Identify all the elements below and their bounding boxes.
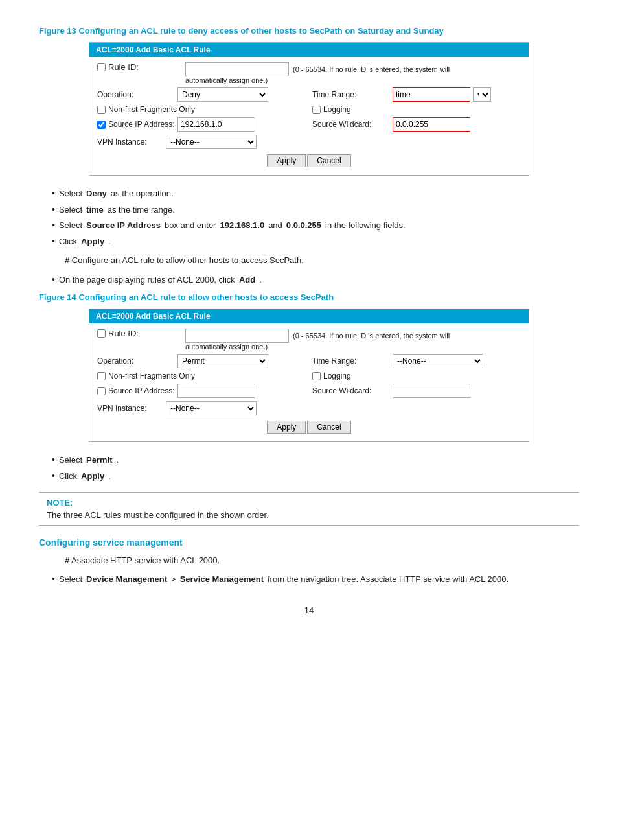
section-hash: # Associate HTTP service with ACL 2000.	[65, 554, 579, 567]
figure2-wildcard-label: Source Wildcard:	[312, 386, 390, 395]
figure2-cancel-button[interactable]: Cancel	[307, 421, 350, 434]
figure1-wildcard-input[interactable]	[393, 117, 470, 132]
figure2-title: Figure 14 Configuring an ACL rule to all…	[39, 292, 579, 302]
figure2-nonfirst-label: Non-first Fragments Only	[97, 371, 195, 380]
figure1-nonfirst-checkbox[interactable]	[97, 106, 106, 114]
figure1-logging-label: Logging	[312, 105, 390, 114]
figure2-op-select[interactable]: Permit Deny	[177, 354, 268, 368]
bullet1-4: Click Apply.	[52, 235, 579, 248]
figure1-logging-checkbox[interactable]	[312, 106, 321, 114]
bullets1-list: Select Deny as the operation. Select tim…	[52, 187, 579, 248]
figure2-buttons: Apply Cancel	[97, 421, 521, 434]
figure1-rule-id-row: Rule ID: (0 - 65534. If no rule ID is en…	[97, 62, 521, 84]
figure2-rule-id-hint2: automatically assign one.)	[185, 343, 450, 351]
note-title: NOTE:	[47, 498, 571, 508]
bullet2-1: Select Permit.	[52, 454, 579, 467]
figure1-acl-box: ACL=2000 Add Basic ACL Rule Rule ID: (0 …	[89, 42, 529, 176]
figure2-op-time-row: Operation: Permit Deny Time Range: --Non…	[97, 354, 521, 368]
bullet2-2: Click Apply.	[52, 470, 579, 483]
figure1-time-label: Time Range:	[312, 90, 390, 99]
figure2-time-label: Time Range:	[312, 356, 390, 366]
figure1-op-time-row: Operation: Deny Permit Time Range: ▾	[97, 88, 521, 102]
figure2-vpn-label: VPN Instance:	[97, 404, 162, 413]
figure2-rule-id-row: Rule ID: (0 - 65534. If no rule ID is en…	[97, 329, 521, 351]
section-bullet1: Select Device Management > Service Manag…	[52, 573, 579, 586]
section-heading: Configuring service management	[39, 537, 579, 548]
bullet1-3: Select Source IP Address box and enter 1…	[52, 219, 579, 232]
page-number: 14	[39, 605, 579, 615]
figure2-vpn-row: VPN Instance: --None--	[97, 401, 521, 415]
figure1-nonfirst-label: Non-first Fragments Only	[97, 105, 195, 114]
figure2-nonfirst-log-row: Non-first Fragments Only Logging	[97, 371, 521, 380]
figure1-op-label: Operation:	[97, 90, 175, 99]
figure1-vpn-label: VPN Instance:	[97, 137, 162, 146]
figure2-sourceip-input[interactable]	[177, 384, 255, 398]
figure2-nonfirst-checkbox[interactable]	[97, 372, 106, 380]
figure2-rule-id-input[interactable]	[185, 329, 289, 343]
figure1-wildcard-label: Source Wildcard:	[312, 120, 390, 129]
figure1-time-select[interactable]: ▾	[473, 88, 491, 102]
figure2-logging-label: Logging	[312, 371, 390, 380]
figure2-sourceip-label: Source IP Address:	[97, 386, 175, 395]
figure1-nonfirst-log-row: Non-first Fragments Only Logging	[97, 105, 521, 114]
figure1-apply-button[interactable]: Apply	[267, 154, 306, 167]
figure2-op-label: Operation:	[97, 356, 175, 366]
figure1-op-select[interactable]: Deny Permit	[177, 88, 268, 102]
bullets2-list: Select Permit. Click Apply.	[52, 454, 579, 482]
figure1-sourceip-label: Source IP Address:	[97, 120, 175, 129]
figure2-logging-checkbox[interactable]	[312, 372, 321, 380]
figure2-time-select[interactable]: --None--	[393, 354, 483, 368]
figure2-wildcard-input[interactable]	[393, 384, 470, 398]
figure1-title: Figure 13 Configuring an ACL rule to den…	[39, 26, 579, 36]
figure1-vpn-select[interactable]: --None--	[166, 135, 257, 149]
figure2-acl-header: ACL=2000 Add Basic ACL Rule	[89, 309, 529, 323]
figure2-acl-box: ACL=2000 Add Basic ACL Rule Rule ID: (0 …	[89, 309, 529, 442]
figure2-apply-button[interactable]: Apply	[267, 421, 306, 434]
figure2-rule-id-checkbox[interactable]	[97, 329, 106, 338]
note-text: The three ACL rules must be configured i…	[47, 510, 571, 520]
figure1-rule-id-input[interactable]	[185, 62, 289, 76]
figure1-vpn-row: VPN Instance: --None--	[97, 135, 521, 149]
hash1: # Configure an ACL rule to allow other h…	[65, 254, 579, 267]
figure2-sourceip-checkbox[interactable]	[97, 387, 106, 395]
figure1-acl-header: ACL=2000 Add Basic ACL Rule	[89, 43, 529, 57]
figure1-cancel-button[interactable]: Cancel	[307, 154, 350, 167]
figure1-rule-id-hint2: automatically assign one.)	[185, 76, 450, 84]
figure1-time-input[interactable]	[393, 88, 470, 102]
bullet-add: On the page displaying rules of ACL 2000…	[52, 274, 579, 286]
figure1-rule-id-checkbox[interactable]	[97, 63, 106, 71]
note-box: NOTE: The three ACL rules must be config…	[39, 492, 579, 526]
figure1-rule-id-hint1: (0 - 65534. If no rule ID is entered, th…	[293, 65, 450, 73]
bullet1-2: Select time as the time range.	[52, 204, 579, 216]
figure1-sourceip-row: Source IP Address: Source Wildcard:	[97, 117, 521, 132]
bullet-add-list: On the page displaying rules of ACL 2000…	[52, 274, 579, 286]
figure1-rule-id-label: Rule ID:	[108, 62, 139, 72]
figure2-rule-id-label: Rule ID:	[108, 329, 139, 338]
bullet1-1: Select Deny as the operation.	[52, 187, 579, 200]
figure1-sourceip-checkbox[interactable]	[97, 121, 106, 129]
figure1-sourceip-input[interactable]	[177, 117, 255, 132]
figure2-vpn-select[interactable]: --None--	[166, 401, 257, 415]
figure2-sourceip-row: Source IP Address: Source Wildcard:	[97, 384, 521, 398]
figure2-rule-id-hint1: (0 - 65534. If no rule ID is entered, th…	[293, 332, 450, 340]
figure1-buttons: Apply Cancel	[97, 154, 521, 167]
section-bullet-list: Select Device Management > Service Manag…	[52, 573, 579, 586]
